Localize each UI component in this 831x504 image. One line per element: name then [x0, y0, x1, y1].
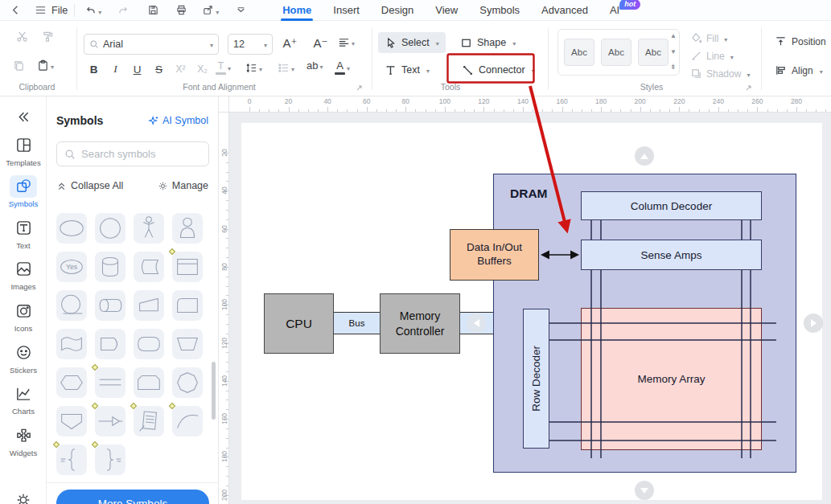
text-align-button[interactable]: [338, 36, 355, 48]
sidebar-item-charts[interactable]: Charts: [0, 383, 47, 416]
symbol-cell-brace-right[interactable]: [95, 445, 125, 475]
sidebar-item-widgets[interactable]: Widgets: [0, 424, 47, 457]
italic-button[interactable]: I: [105, 59, 125, 79]
symbol-cell-stored-data[interactable]: [134, 252, 164, 282]
collapse-sidebar-icon[interactable]: [0, 109, 47, 128]
search-input[interactable]: [81, 148, 201, 160]
position-button[interactable]: Position: [775, 35, 826, 47]
diagram-node-memory-controller[interactable]: Memory Controller: [380, 293, 460, 354]
symbol-cell-cylinder[interactable]: [95, 252, 125, 282]
caret-down-icon[interactable]: [350, 37, 355, 48]
symbol-cell-hexagon[interactable]: [56, 367, 87, 398]
align-button[interactable]: Align: [775, 64, 823, 76]
caret-down-icon[interactable]: [345, 62, 350, 73]
increase-font-button[interactable]: A⁺: [280, 34, 300, 53]
diagram-node-cpu[interactable]: CPU: [264, 293, 334, 354]
symbol-cell-double-lines[interactable]: [95, 367, 125, 398]
line-button[interactable]: Line: [690, 50, 734, 62]
canvas-nav-up-button[interactable]: [635, 146, 654, 166]
canvas-viewport[interactable]: DRAM Memory Array Column Decoder Sense A…: [219, 96, 831, 504]
tab-insert[interactable]: Insert: [333, 0, 360, 21]
undo-button[interactable]: [81, 2, 105, 19]
symbol-cell-user[interactable]: [172, 213, 203, 244]
bold-button[interactable]: B: [84, 59, 104, 79]
symbol-cell-header-rect[interactable]: [172, 252, 203, 282]
symbol-cell-cut-rect[interactable]: [134, 367, 164, 398]
sidebar-item-stickers[interactable]: Stickers: [0, 341, 47, 375]
sidebar-item-images[interactable]: Images: [0, 258, 47, 292]
decrease-font-button[interactable]: A⁻: [311, 34, 331, 53]
more-symbols-button[interactable]: More Symbols: [56, 490, 209, 504]
diagram-node-sense-amps[interactable]: Sense Amps: [581, 240, 762, 270]
font-color-button[interactable]: T: [216, 59, 231, 75]
canvas-nav-right-button[interactable]: [804, 313, 823, 333]
sidebar-item-templates[interactable]: Templates: [0, 133, 47, 167]
diagram-node-data-buffers[interactable]: Data In/OutBuffers: [450, 229, 539, 281]
symbol-cell-pentagon-down[interactable]: [56, 406, 87, 436]
back-icon[interactable]: [6, 2, 25, 19]
caret-down-icon[interactable]: [226, 62, 231, 73]
settings-gear-icon[interactable]: [0, 492, 47, 504]
styles-more-icon[interactable]: ⇟: [670, 63, 677, 71]
subscript-button[interactable]: X₂: [192, 59, 212, 79]
highlight-color-button[interactable]: A: [335, 59, 350, 75]
diagram-node-row-decoder[interactable]: Row Decoder: [523, 309, 549, 449]
panel-scrollbar[interactable]: [212, 362, 216, 420]
symbol-cell-d-shape[interactable]: [95, 329, 125, 359]
symbol-cell-trapezoid[interactable]: [172, 329, 203, 359]
sidebar-item-symbols[interactable]: Symbols: [0, 175, 47, 209]
style-preview-2[interactable]: Abc: [601, 39, 631, 66]
symbol-cell-loop-circle[interactable]: [56, 290, 87, 321]
collapse-toolbar-icon[interactable]: [232, 2, 250, 19]
canvas-nav-down-button[interactable]: [635, 481, 654, 500]
caret-down-icon[interactable]: [49, 60, 54, 72]
font-size-select[interactable]: 12: [228, 34, 273, 55]
symbol-cell-arc[interactable]: [172, 406, 203, 436]
symbol-cell-ellipse[interactable]: [56, 213, 87, 244]
tab-symbols[interactable]: Symbols: [479, 0, 520, 21]
shadow-button[interactable]: Shadow: [690, 68, 750, 80]
diagram-node-column-decoder[interactable]: Column Decoder: [581, 191, 762, 220]
ai-symbol-link[interactable]: AI Symbol: [148, 115, 208, 126]
fill-button[interactable]: Fill: [690, 32, 727, 44]
symbol-search[interactable]: [56, 141, 209, 166]
paste-button[interactable]: [37, 59, 54, 72]
menu-icon[interactable]: [31, 2, 50, 19]
select-tool-button[interactable]: Select: [378, 32, 446, 53]
caret-down-icon[interactable]: [290, 63, 294, 74]
canvas-nav-left-button[interactable]: [467, 313, 486, 333]
styles-scroll-up-icon[interactable]: ▲: [670, 32, 677, 39]
symbol-cell-yes-ellipse[interactable]: Yes: [56, 252, 87, 282]
symbol-cell-text-note[interactable]: [134, 406, 164, 436]
file-menu[interactable]: File: [51, 5, 68, 16]
cut-icon[interactable]: [16, 31, 28, 43]
styles-scroll-down-icon[interactable]: ▼: [670, 48, 677, 55]
symbol-cell-stadium[interactable]: [134, 329, 164, 359]
superscript-button[interactable]: X²: [171, 59, 191, 79]
tab-design[interactable]: Design: [381, 0, 413, 21]
text-tool-button[interactable]: Text: [378, 59, 436, 80]
symbol-cell-h-cylinder[interactable]: [95, 290, 125, 321]
underline-button[interactable]: U: [127, 59, 147, 79]
format-painter-icon[interactable]: [42, 31, 54, 43]
symbol-cell-brace-left[interactable]: [56, 445, 87, 475]
save-button[interactable]: [144, 2, 162, 19]
sidebar-item-icons[interactable]: Icons: [0, 299, 47, 333]
print-button[interactable]: [172, 2, 191, 19]
collapse-all-button[interactable]: Collapse All: [56, 180, 123, 191]
symbol-cell-right-trapezoid[interactable]: [134, 290, 164, 321]
symbol-cell-person[interactable]: [134, 213, 164, 244]
copy-icon[interactable]: [13, 59, 25, 72]
tab-ai[interactable]: AIhot: [610, 0, 619, 21]
export-button[interactable]: [199, 2, 222, 19]
sidebar-item-text[interactable]: Text: [0, 216, 47, 250]
redo-button[interactable]: [114, 2, 133, 19]
manage-button[interactable]: Manage: [158, 180, 208, 191]
caret-down-icon[interactable]: [318, 59, 323, 72]
expand-group-icon[interactable]: [355, 84, 364, 92]
expand-group-icon[interactable]: [744, 84, 753, 92]
symbol-cell-rounded-rect[interactable]: [172, 290, 203, 321]
shape-tool-button[interactable]: Shape: [454, 32, 522, 53]
tab-home[interactable]: Home: [282, 0, 311, 21]
caret-down-icon[interactable]: [214, 3, 219, 18]
